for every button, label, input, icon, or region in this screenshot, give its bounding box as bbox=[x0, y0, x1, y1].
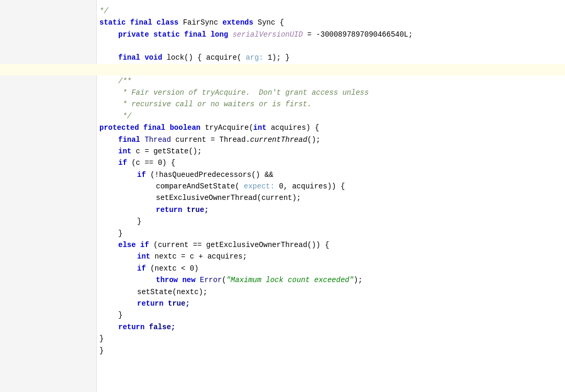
line-content: final Thread current = Thread.currentThr… bbox=[118, 134, 321, 145]
code-token: int bbox=[118, 147, 136, 155]
line-content: * Fair version of tryAcquire. Don't gran… bbox=[118, 87, 369, 98]
code-token: } bbox=[99, 334, 104, 343]
code-token: "Maximum lock count exceeded" bbox=[226, 276, 354, 284]
code-token: } bbox=[137, 217, 141, 226]
code-token: static bbox=[99, 18, 130, 27]
code-token: */ bbox=[99, 7, 108, 15]
code-token: true; bbox=[168, 299, 190, 308]
code-token: currentThread bbox=[250, 136, 307, 144]
code-token: } bbox=[99, 346, 104, 355]
code-token: nextc = c + acquires; bbox=[155, 252, 247, 261]
code-token: lock bbox=[166, 53, 184, 62]
code-token: private bbox=[118, 30, 153, 39]
code-token: int bbox=[253, 124, 271, 132]
code-line: return true; bbox=[0, 204, 565, 216]
code-line: final void lock() { acquire( arg: 1); } bbox=[0, 52, 565, 63]
line-content: protected final boolean tryAcquire(int a… bbox=[99, 122, 319, 133]
code-token: extends bbox=[222, 18, 257, 27]
code-token: final bbox=[118, 136, 144, 144]
code-token: if bbox=[140, 241, 153, 249]
code-line: if (nextc < 0) bbox=[0, 263, 565, 274]
code-token: current = Thread. bbox=[175, 136, 250, 144]
code-token: if bbox=[118, 159, 131, 167]
code-line: /** bbox=[0, 75, 565, 87]
code-token: getState bbox=[153, 147, 188, 155]
code-token: (nextc < 0) bbox=[150, 264, 198, 273]
code-line: if (!hasQueuedPredecessors() && bbox=[0, 169, 565, 181]
code-token: setExclusiveOwnerThread bbox=[156, 194, 257, 202]
code-token: static bbox=[153, 30, 184, 39]
code-line: * Fair version of tryAcquire. Don't gran… bbox=[0, 87, 565, 98]
code-token: return bbox=[137, 299, 168, 308]
code-token: new bbox=[182, 276, 200, 284]
code-token: tryAcquire bbox=[205, 124, 249, 132]
code-token: (); bbox=[188, 147, 201, 155]
code-token: (); bbox=[307, 136, 320, 144]
code-line: setState(nextc); bbox=[0, 286, 565, 298]
code-line: int c = getState(); bbox=[0, 145, 565, 157]
line-content: } bbox=[99, 333, 104, 344]
code-token: * recursive call or no waiters or is fir… bbox=[118, 100, 312, 108]
code-token: Sync { bbox=[258, 18, 284, 27]
code-token: throw bbox=[156, 276, 182, 284]
code-token: true; bbox=[187, 206, 209, 214]
code-block: */static final class FairSync extends Sy… bbox=[0, 0, 565, 362]
code-token: if bbox=[137, 264, 150, 273]
code-token: ( bbox=[249, 124, 253, 132]
code-line bbox=[0, 40, 565, 52]
code-token: Error bbox=[200, 276, 222, 284]
code-token: } bbox=[118, 311, 122, 319]
code-token: int bbox=[137, 252, 155, 261]
line-content: if (c == 0) { bbox=[118, 157, 175, 169]
line-content: compareAndSetState( expect: 0, acquires)… bbox=[156, 181, 345, 192]
code-token: false; bbox=[149, 323, 175, 331]
code-token: FairSync bbox=[183, 18, 223, 27]
line-content: private static final long serialVersionU… bbox=[118, 29, 413, 40]
code-token: long bbox=[210, 30, 232, 39]
code-token: (!hasQueuedPredecessors() && bbox=[150, 171, 273, 179]
line-content: int nextc = c + acquires; bbox=[137, 251, 247, 262]
code-token: void bbox=[144, 53, 166, 62]
line-content: } bbox=[99, 345, 104, 356]
code-line: */ bbox=[0, 5, 565, 17]
code-token: acquires) { bbox=[271, 124, 319, 132]
line-content: if (nextc < 0) bbox=[137, 263, 199, 274]
code-token: } bbox=[118, 229, 122, 238]
line-content: */ bbox=[99, 5, 108, 17]
code-token: final bbox=[143, 124, 170, 132]
line-content: throw new Error("Maximum lock count exce… bbox=[156, 274, 363, 286]
code-token: serialVersionUID bbox=[232, 30, 302, 39]
code-token: final bbox=[184, 30, 210, 39]
code-token: Thread bbox=[144, 136, 175, 144]
code-token: if bbox=[137, 171, 150, 179]
code-token: * Fair version of tryAcquire. Don't gran… bbox=[118, 88, 369, 97]
code-editor: */static final class FairSync extends Sy… bbox=[0, 0, 565, 392]
code-token: compareAndSetState bbox=[156, 182, 235, 191]
code-token: c = bbox=[136, 147, 154, 155]
line-content: setExclusiveOwnerThread(current); bbox=[156, 192, 301, 204]
line-content: final void lock() { acquire( arg: 1); } bbox=[118, 52, 290, 63]
code-line: return false; bbox=[0, 321, 565, 333]
code-line: } bbox=[0, 228, 565, 239]
code-token: 1); } bbox=[263, 53, 289, 62]
code-token: final bbox=[130, 18, 156, 27]
code-token: ( bbox=[237, 53, 246, 62]
line-content: else if (current == getExclusiveOwnerThr… bbox=[118, 239, 329, 251]
code-token: (current == getExclusiveOwnerThread()) { bbox=[153, 241, 329, 249]
code-line: } bbox=[0, 216, 565, 227]
code-line: int nextc = c + acquires; bbox=[0, 251, 565, 262]
code-token: ( bbox=[235, 182, 244, 191]
code-token: class bbox=[156, 18, 183, 27]
line-content: } bbox=[137, 216, 141, 227]
line-content: } bbox=[118, 309, 122, 321]
line-content: static final class FairSync extends Sync… bbox=[99, 17, 284, 28]
line-content: return false; bbox=[118, 321, 175, 333]
code-token: ); bbox=[354, 276, 363, 284]
line-content: if (!hasQueuedPredecessors() && bbox=[137, 169, 273, 181]
line-content: return true; bbox=[137, 298, 190, 309]
code-line: } bbox=[0, 333, 565, 344]
code-token: acquire bbox=[206, 53, 237, 62]
code-token: final bbox=[118, 53, 144, 62]
code-token: setState bbox=[137, 288, 172, 296]
code-line: else if (current == getExclusiveOwnerThr… bbox=[0, 239, 565, 251]
